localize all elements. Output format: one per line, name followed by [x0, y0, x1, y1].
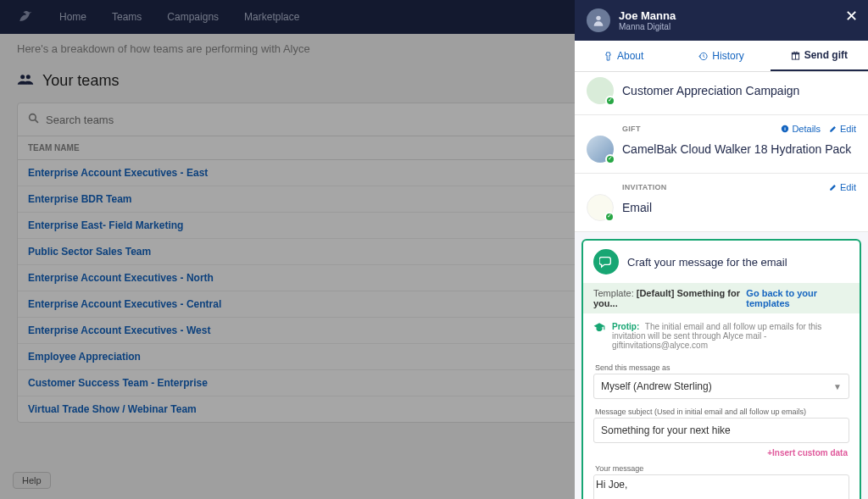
svg-point-0 [20, 75, 25, 79]
send-gift-panel: Joe Manna Manna Digital ✕ About History … [575, 0, 868, 499]
gift-card: GIFT i Details Edit CamelBak Cloud Wal [575, 115, 868, 174]
protip-label: Protip: [612, 322, 639, 331]
search-icon [28, 112, 39, 127]
team-name-link[interactable]: Enterprise BDR Team [28, 193, 628, 205]
campaign-card: Customer Appreciation Campaign [575, 72, 868, 115]
panel-tabs: About History Send gift [575, 41, 868, 72]
send-as-label: Send this message as [595, 363, 848, 372]
bird-logo-icon [17, 8, 34, 25]
message-icon [593, 249, 619, 274]
email-preview-icon [587, 194, 614, 221]
close-icon[interactable]: ✕ [845, 7, 858, 25]
graduation-cap-icon [593, 322, 605, 350]
teams-icon [17, 72, 34, 90]
panel-user-org: Manna Digital [619, 22, 676, 31]
nav-campaigns[interactable]: Campaigns [167, 11, 219, 23]
col-team-name: TEAM NAME [28, 143, 628, 152]
subject-label: Message subject (Used in initial email a… [595, 408, 848, 416]
invitation-card: INVITATION Edit Email [575, 174, 868, 232]
avatar [587, 8, 610, 32]
message-body-input[interactable]: Hi Joe, I noticed you like to hit the tr… [593, 474, 849, 499]
team-name-link[interactable]: Enterprise Account Executives - Central [28, 298, 628, 310]
tab-send-gift[interactable]: Send gift [771, 41, 868, 71]
svg-point-1 [26, 75, 31, 79]
invitation-title: Email [622, 201, 652, 214]
nav-marketplace[interactable]: Marketplace [244, 11, 299, 23]
svg-point-2 [30, 114, 36, 121]
send-as-select[interactable]: Myself (Andrew Sterling) ▼ [593, 374, 849, 399]
chevron-down-icon: ▼ [833, 382, 842, 391]
gift-edit-link[interactable]: Edit [829, 124, 856, 134]
campaign-title: Customer Appreciation Campaign [622, 84, 799, 97]
protip-text: The initial email and all follow up emai… [612, 322, 821, 350]
gift-title: CamelBak Cloud Walker 18 Hydration Pack [622, 142, 851, 156]
gift-image [587, 136, 614, 163]
svg-line-3 [35, 119, 38, 123]
panel-header: Joe Manna Manna Digital ✕ [575, 0, 868, 41]
invitation-label: INVITATION [622, 183, 667, 191]
team-name-link[interactable]: Enterprise East- Field Marketing [28, 219, 628, 231]
svg-point-4 [596, 16, 600, 20]
teams-title: Your teams [42, 72, 119, 90]
team-name-link[interactable]: Enterprise Account Executives - North [28, 272, 628, 284]
campaign-icon [587, 77, 614, 104]
back-to-templates-link[interactable]: Go back to your templates [746, 288, 849, 308]
help-button[interactable]: Help [13, 472, 51, 489]
panel-user-name: Joe Manna [619, 9, 676, 22]
subject-input[interactable] [593, 418, 849, 443]
gift-label: GIFT [622, 125, 641, 133]
nav-home[interactable]: Home [59, 11, 86, 23]
team-name-link[interactable]: Virtual Trade Show / Webinar Team [28, 403, 628, 415]
nav-teams[interactable]: Teams [112, 11, 142, 23]
invitation-edit-link[interactable]: Edit [829, 182, 856, 192]
team-name-link[interactable]: Enterprise Account Executives - East [28, 167, 628, 179]
your-message-label: Your message [595, 464, 848, 473]
message-header-title: Craft your message for the email [627, 256, 787, 269]
team-name-link[interactable]: Enterprise Account Executives - West [28, 324, 628, 336]
team-name-link[interactable]: Customer Success Team - Enterprise [28, 377, 628, 389]
tab-history[interactable]: History [672, 41, 770, 71]
message-composer: Craft your message for the email Templat… [581, 239, 861, 499]
gift-details-link[interactable]: i Details [781, 124, 821, 134]
insert-custom-data-link[interactable]: +Insert custom data [583, 446, 860, 459]
team-name-link[interactable]: Public Sector Sales Team [28, 246, 628, 258]
team-name-link[interactable]: Employee Appreciation [28, 351, 628, 363]
tab-about[interactable]: About [575, 41, 672, 71]
